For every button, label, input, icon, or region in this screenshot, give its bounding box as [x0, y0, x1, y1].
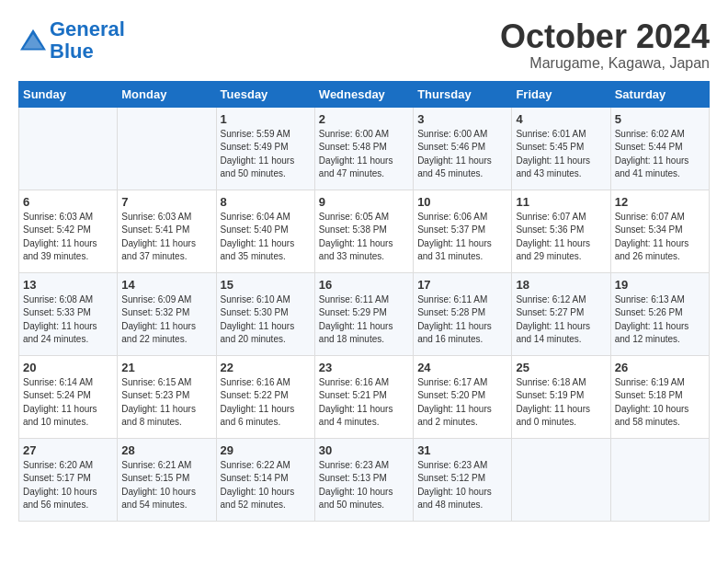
table-row: 26 Sunrise: 6:19 AMSunset: 5:18 PMDaylig…: [610, 355, 709, 438]
table-row: [118, 107, 216, 190]
cell-content: Sunrise: 5:59 AMSunset: 5:49 PMDaylight:…: [221, 128, 311, 181]
day-number: 10: [417, 195, 507, 209]
location: Marugame, Kagawa, Japan: [500, 55, 710, 72]
cell-content: Sunrise: 6:00 AMSunset: 5:46 PMDaylight:…: [417, 128, 507, 181]
header-sunday: Sunday: [19, 81, 118, 107]
calendar-table: Sunday Monday Tuesday Wednesday Thursday…: [18, 81, 710, 522]
day-number: 26: [615, 361, 705, 374]
logo-blue: Blue: [50, 40, 94, 63]
cell-content: Sunrise: 6:16 AMSunset: 5:21 PMDaylight:…: [319, 376, 409, 430]
cell-content: Sunrise: 6:12 AMSunset: 5:27 PMDaylight:…: [516, 293, 606, 347]
table-row: 6 Sunrise: 6:03 AMSunset: 5:42 PMDayligh…: [19, 190, 118, 272]
day-number: 3: [417, 112, 507, 126]
table-row: 4 Sunrise: 6:01 AMSunset: 5:45 PMDayligh…: [512, 107, 610, 190]
table-row: 11 Sunrise: 6:07 AMSunset: 5:36 PMDaylig…: [512, 190, 610, 272]
cell-content: Sunrise: 6:08 AMSunset: 5:33 PMDaylight:…: [23, 293, 113, 347]
table-row: 20 Sunrise: 6:14 AMSunset: 5:24 PMDaylig…: [19, 355, 118, 438]
logo: General Blue: [18, 18, 125, 63]
day-number: 8: [221, 195, 311, 209]
cell-content: Sunrise: 6:22 AMSunset: 5:14 PMDaylight:…: [221, 459, 311, 512]
cell-content: Sunrise: 6:15 AMSunset: 5:23 PMDaylight:…: [121, 376, 211, 430]
day-number: 11: [516, 195, 606, 209]
day-number: 23: [319, 361, 409, 374]
cell-content: Sunrise: 6:17 AMSunset: 5:20 PMDaylight:…: [417, 376, 507, 430]
day-number: 14: [121, 278, 211, 292]
cell-content: Sunrise: 6:11 AMSunset: 5:29 PMDaylight:…: [319, 293, 409, 347]
day-number: 24: [417, 361, 507, 374]
cell-content: Sunrise: 6:06 AMSunset: 5:37 PMDaylight:…: [417, 211, 507, 264]
day-number: 28: [121, 443, 211, 457]
day-number: 19: [615, 278, 705, 292]
table-row: 9 Sunrise: 6:05 AMSunset: 5:38 PMDayligh…: [314, 190, 413, 272]
header-monday: Monday: [118, 81, 216, 107]
table-row: 19 Sunrise: 6:13 AMSunset: 5:26 PMDaylig…: [610, 272, 709, 355]
cell-content: Sunrise: 6:20 AMSunset: 5:17 PMDaylight:…: [23, 459, 113, 512]
table-row: 3 Sunrise: 6:00 AMSunset: 5:46 PMDayligh…: [414, 107, 512, 190]
day-number: 21: [121, 361, 211, 374]
header-thursday: Thursday: [414, 81, 512, 107]
table-row: 22 Sunrise: 6:16 AMSunset: 5:22 PMDaylig…: [216, 355, 314, 438]
table-row: 21 Sunrise: 6:15 AMSunset: 5:23 PMDaylig…: [118, 355, 216, 438]
table-row: 12 Sunrise: 6:07 AMSunset: 5:34 PMDaylig…: [610, 190, 709, 272]
day-number: 29: [221, 443, 311, 457]
calendar-header: Sunday Monday Tuesday Wednesday Thursday…: [19, 81, 710, 107]
day-number: 17: [417, 278, 507, 292]
cell-content: Sunrise: 6:03 AMSunset: 5:42 PMDaylight:…: [23, 211, 113, 264]
cell-content: Sunrise: 6:02 AMSunset: 5:44 PMDaylight:…: [615, 128, 705, 181]
day-number: 9: [319, 195, 409, 209]
table-row: 18 Sunrise: 6:12 AMSunset: 5:27 PMDaylig…: [512, 272, 610, 355]
cell-content: Sunrise: 6:03 AMSunset: 5:41 PMDaylight:…: [121, 211, 211, 264]
logo-general: General: [50, 17, 125, 40]
day-number: 22: [221, 361, 311, 374]
cell-content: Sunrise: 6:21 AMSunset: 5:15 PMDaylight:…: [121, 459, 211, 512]
table-row: 8 Sunrise: 6:04 AMSunset: 5:40 PMDayligh…: [216, 190, 314, 272]
table-row: 16 Sunrise: 6:11 AMSunset: 5:29 PMDaylig…: [314, 272, 413, 355]
day-number: 18: [516, 278, 606, 292]
header-friday: Friday: [512, 81, 610, 107]
cell-content: Sunrise: 6:10 AMSunset: 5:30 PMDaylight:…: [221, 293, 311, 347]
cell-content: Sunrise: 6:18 AMSunset: 5:19 PMDaylight:…: [516, 376, 606, 430]
day-number: 16: [319, 278, 409, 292]
title-block: October 2024 Marugame, Kagawa, Japan: [500, 18, 710, 72]
cell-content: Sunrise: 6:13 AMSunset: 5:26 PMDaylight:…: [615, 293, 705, 347]
table-row: 15 Sunrise: 6:10 AMSunset: 5:30 PMDaylig…: [216, 272, 314, 355]
day-number: 31: [417, 443, 507, 457]
logo-text: General Blue: [50, 18, 125, 63]
table-row: 2 Sunrise: 6:00 AMSunset: 5:48 PMDayligh…: [314, 107, 413, 190]
cell-content: Sunrise: 6:23 AMSunset: 5:12 PMDaylight:…: [417, 459, 507, 512]
calendar-body: 1 Sunrise: 5:59 AMSunset: 5:49 PMDayligh…: [19, 107, 710, 521]
day-number: 13: [23, 278, 113, 292]
table-row: 1 Sunrise: 5:59 AMSunset: 5:49 PMDayligh…: [216, 107, 314, 190]
cell-content: Sunrise: 6:11 AMSunset: 5:28 PMDaylight:…: [417, 293, 507, 347]
day-number: 30: [319, 443, 409, 457]
table-row: [19, 107, 118, 190]
day-number: 27: [23, 443, 113, 457]
cell-content: Sunrise: 6:07 AMSunset: 5:34 PMDaylight:…: [615, 211, 705, 264]
table-row: [512, 438, 610, 521]
cell-content: Sunrise: 6:09 AMSunset: 5:32 PMDaylight:…: [121, 293, 211, 347]
table-row: 24 Sunrise: 6:17 AMSunset: 5:20 PMDaylig…: [414, 355, 512, 438]
cell-content: Sunrise: 6:16 AMSunset: 5:22 PMDaylight:…: [221, 376, 311, 430]
table-row: 7 Sunrise: 6:03 AMSunset: 5:41 PMDayligh…: [118, 190, 216, 272]
cell-content: Sunrise: 6:14 AMSunset: 5:24 PMDaylight:…: [23, 376, 113, 430]
table-row: 5 Sunrise: 6:02 AMSunset: 5:44 PMDayligh…: [610, 107, 709, 190]
cell-content: Sunrise: 6:07 AMSunset: 5:36 PMDaylight:…: [516, 211, 606, 264]
day-number: 12: [615, 195, 705, 209]
table-row: 31 Sunrise: 6:23 AMSunset: 5:12 PMDaylig…: [414, 438, 512, 521]
day-number: 1: [221, 112, 311, 126]
cell-content: Sunrise: 6:19 AMSunset: 5:18 PMDaylight:…: [615, 376, 705, 430]
page-header: General Blue October 2024 Marugame, Kaga…: [18, 18, 710, 72]
month-title: October 2024: [500, 18, 710, 55]
table-row: 28 Sunrise: 6:21 AMSunset: 5:15 PMDaylig…: [118, 438, 216, 521]
table-row: 29 Sunrise: 6:22 AMSunset: 5:14 PMDaylig…: [216, 438, 314, 521]
day-number: 4: [516, 112, 606, 126]
day-number: 5: [615, 112, 705, 126]
cell-content: Sunrise: 6:04 AMSunset: 5:40 PMDaylight:…: [221, 211, 311, 264]
day-number: 25: [516, 361, 606, 374]
cell-content: Sunrise: 6:01 AMSunset: 5:45 PMDaylight:…: [516, 128, 606, 181]
table-row: 14 Sunrise: 6:09 AMSunset: 5:32 PMDaylig…: [118, 272, 216, 355]
day-number: 15: [221, 278, 311, 292]
table-row: 30 Sunrise: 6:23 AMSunset: 5:13 PMDaylig…: [314, 438, 413, 521]
cell-content: Sunrise: 6:05 AMSunset: 5:38 PMDaylight:…: [319, 211, 409, 264]
table-row: 17 Sunrise: 6:11 AMSunset: 5:28 PMDaylig…: [414, 272, 512, 355]
